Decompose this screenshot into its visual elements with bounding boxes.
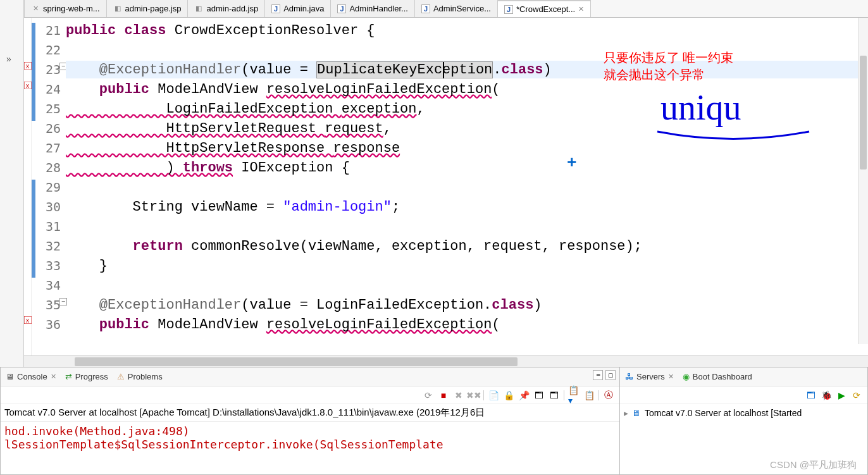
vertical-scrollbar[interactable] [858,18,868,344]
tree-expand-icon[interactable]: ▸ [624,408,628,418]
editor-area: x x x 21 22 23 24 25 26 27 28 29 30 31 3… [24,18,868,355]
server-profile-icon[interactable]: 🗔 [805,390,817,401]
code-line: public class CrowdExceptionResolver { [66,23,375,39]
jsp-icon: ◧ [194,4,203,13]
tab-admin-service[interactable]: JAdminService... [415,0,498,17]
display-selected-icon[interactable]: 🗔 [533,390,545,401]
lineno: 22 [46,42,61,58]
server-icon: 🖥 [632,408,641,418]
error-marker[interactable]: x [24,82,32,89]
tab-label: admin-add.jsp [206,4,258,13]
minimize-icon[interactable]: ━ [593,370,603,380]
servers-icon: 🖧 [625,372,633,381]
code-line: public ModelAndView resolveLoginFailedEx… [66,317,500,333]
marker-column: x x x [24,18,32,355]
tab-admin-java[interactable]: JAdmin.java [265,0,331,17]
tab-label: admin-page.jsp [125,4,182,13]
lineno: 29 [46,180,61,195]
code-line: public ModelAndView resolveLoginFailedEx… [66,82,500,97]
lineno: 32 [46,238,61,254]
tab-progress[interactable]: ⇄Progress [65,372,108,381]
server-label: Tomcat v7.0 Server at localhost [Started [645,408,802,418]
progress-icon: ⇄ [65,372,72,381]
close-icon[interactable]: ✕ [668,373,674,381]
boot-icon: ◉ [683,372,690,381]
text-cursor [443,62,444,78]
horizontal-scrollbar[interactable] [24,355,868,367]
tab-problems[interactable]: ⚠Problems [117,372,163,381]
lineno: 26 [46,121,61,136]
jsp-icon: ◧ [113,4,122,13]
lineno: 30 [46,199,61,214]
remove-terminated-icon[interactable]: ✖ [453,390,464,401]
server-debug-icon[interactable]: 🐞 [821,390,832,401]
lineno: 21 [46,23,61,38]
lineno: 33 [46,258,61,273]
tab-admin-handler[interactable]: JAdminHandler... [331,0,415,17]
watermark: CSDN @平凡加班狗 [770,459,857,471]
open-console-icon[interactable]: 📋▾ [568,390,580,401]
editor-main: ✕spring-web-m... ◧admin-page.jsp ◧admin-… [24,0,868,367]
terminate-icon[interactable]: ■ [438,390,449,401]
java-icon: J [421,4,430,13]
java-icon: J [271,4,280,13]
code-line: HttpServletRequest request, [66,121,392,137]
code-line: LoginFailedException exception, [66,101,425,117]
server-publish-icon[interactable]: ⟳ [851,390,862,401]
code-line: HttpServletResponse response [66,140,400,156]
lineno: 35 [46,297,61,312]
close-icon[interactable]: ✕ [578,5,584,13]
close-icon[interactable]: ✕ [51,373,56,381]
tab-servers[interactable]: 🖧Servers✕ [625,372,674,381]
line-numbers: 21 22 23 24 25 26 27 28 29 30 31 32 33 3… [35,18,66,355]
error-marker[interactable]: x [24,316,32,324]
tab-label: AdminHandler... [349,4,408,13]
xml-icon: ✕ [31,4,40,13]
pin-console-icon[interactable]: 📌 [518,390,530,401]
tab-boot-dashboard[interactable]: ◉Boot Dashboard [683,372,752,381]
remove-all-icon[interactable]: ✖✖ [468,390,480,401]
java-icon: J [504,5,513,14]
console-icon: 🖥 [6,372,14,381]
svg-text:x: x [26,63,29,70]
code-view[interactable]: public class CrowdExceptionResolver { @E… [66,18,868,355]
error-marker[interactable]: x [24,62,32,70]
lineno: 24 [46,82,61,97]
bottom-panel: 🖥Console✕ ⇄Progress ⚠Problems ━ ▢ ⟳ ■ ✖ … [0,367,868,475]
console-process-title: Tomcat v7.0 Server at localhost [Apache … [1,404,619,422]
lineno: 36 [46,317,61,332]
editor-tabbar: ✕spring-web-m... ◧admin-page.jsp ◧admin-… [24,0,868,18]
restore-view-arrow[interactable]: » [6,54,11,64]
new-console-icon[interactable]: 📋 [583,390,595,401]
tab-admin-add[interactable]: ◧admin-add.jsp [188,0,265,17]
left-sash: » [0,0,24,367]
lineno: 25 [46,101,61,116]
bottom-left-tabs: 🖥Console✕ ⇄Progress ⚠Problems ━ ▢ [1,367,619,386]
tab-label: spring-web-m... [43,4,100,13]
lineno: 31 [46,219,61,234]
tab-spring-web[interactable]: ✕spring-web-m... [24,0,107,17]
console-line: lSessionTemplate$SqlSessionInterceptor.i… [4,438,616,451]
tab-crowd-exception[interactable]: J*CrowdExcept...✕ [498,0,591,17]
console-output[interactable]: hod.invoke(Method.java:498) lSessionTemp… [1,422,619,474]
bottom-right-tabs: 🖧Servers✕ ◉Boot Dashboard [620,367,867,386]
maximize-icon[interactable]: ▢ [605,370,616,380]
tab-label: *CrowdExcept... [516,4,575,14]
plus-annotation: + [567,154,577,173]
java-stack-trace-icon[interactable]: Ⓐ [603,390,614,401]
scroll-lock-icon[interactable]: 🔒 [503,390,514,401]
annotation-uniqu: uniqu [660,87,741,128]
svg-text:x: x [26,317,29,324]
switch-console-icon[interactable]: ⟳ [423,390,434,401]
clear-console-icon[interactable]: 📄 [488,390,499,401]
server-row[interactable]: ▸ 🖥 Tomcat v7.0 Server at localhost [Sta… [624,408,864,418]
console-panel: 🖥Console✕ ⇄Progress ⚠Problems ━ ▢ ⟳ ■ ✖ … [0,367,620,475]
tab-console[interactable]: 🖥Console✕ [6,372,56,381]
svg-text:x: x [26,82,29,89]
code-line: ) throws IOException { [66,160,350,176]
code-line: return commonResolve(viewName, exception… [66,238,642,254]
problems-icon: ⚠ [117,372,125,381]
server-start-icon[interactable]: ▶ [836,390,847,401]
show-console-icon[interactable]: 🗔 [549,390,560,401]
tab-admin-page[interactable]: ◧admin-page.jsp [107,0,189,17]
